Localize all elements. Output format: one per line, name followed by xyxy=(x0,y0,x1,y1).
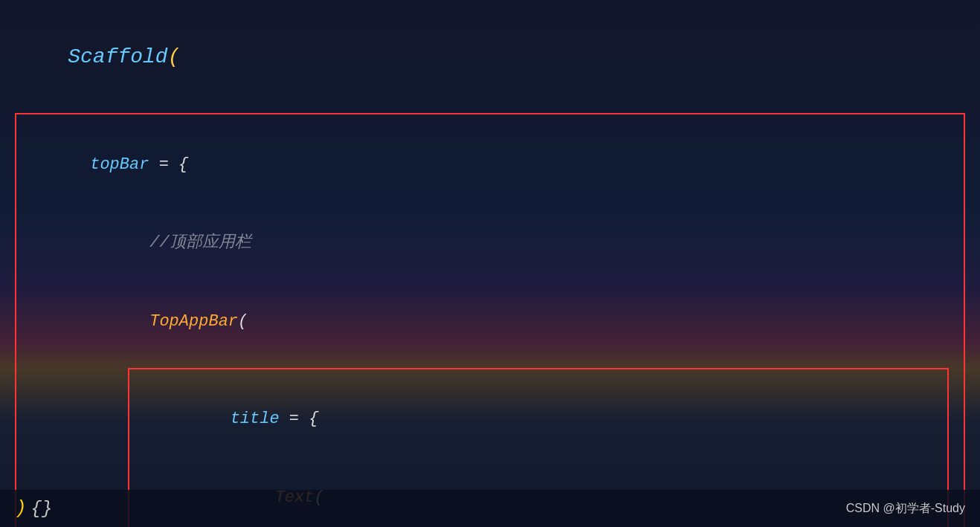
topbar-keyword: topBar xyxy=(90,155,149,174)
csdn-brand: CSDN @初学者-Study xyxy=(846,501,965,517)
bottom-bar: ) {} CSDN @初学者-Study xyxy=(0,490,980,527)
topbar-line: topBar = { xyxy=(31,125,949,204)
scaffold-line: Scaffold( xyxy=(15,7,965,107)
bottom-arrow: ) xyxy=(15,497,27,520)
comment-line: //顶部应用栏 xyxy=(31,204,949,282)
title-line: title = { xyxy=(152,380,932,459)
topappbar-line: TopAppBar( xyxy=(31,282,949,361)
topappbar-keyword: TopAppBar xyxy=(90,312,238,331)
comment-text: //顶部应用栏 xyxy=(90,233,251,252)
code-content: Scaffold( topBar = { //顶部应用栏 TopAppBar( … xyxy=(0,0,980,527)
bottom-braces: {} xyxy=(31,499,53,519)
outer-red-box: topBar = { //顶部应用栏 TopAppBar( title = { … xyxy=(15,113,965,527)
title-keyword: title xyxy=(231,410,280,428)
scaffold-paren: ( xyxy=(168,45,181,68)
scaffold-keyword: Scaffold xyxy=(68,45,167,68)
bottom-left-section: ) {} xyxy=(15,497,52,520)
